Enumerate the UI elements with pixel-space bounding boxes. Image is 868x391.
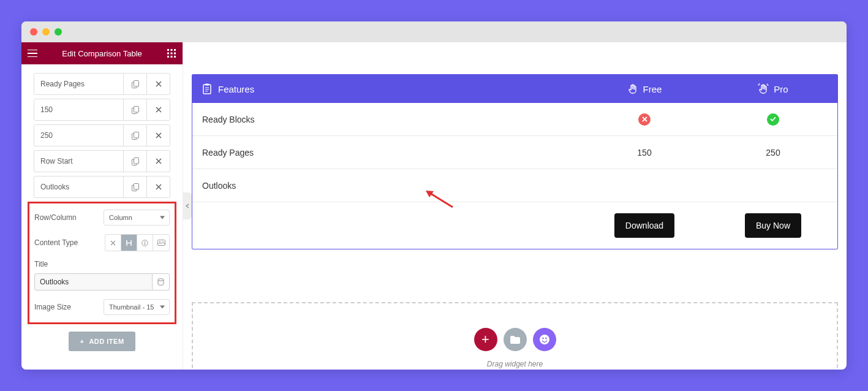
canvas-notch xyxy=(503,42,527,46)
repeater-item-label: Ready Pages xyxy=(34,80,123,88)
repeater-item[interactable]: 250 xyxy=(34,124,170,146)
template-library-button[interactable] xyxy=(504,328,527,351)
image-size-field: Image Size Thumbnail - 15 xyxy=(34,299,170,315)
sidebar-header: Edit Comparison Table xyxy=(21,42,183,64)
svg-rect-8 xyxy=(174,56,176,58)
svg-point-23 xyxy=(159,241,160,243)
clipboard-icon xyxy=(202,83,212,94)
comparison-table-widget[interactable]: Features Free Pro Ready Blocks xyxy=(192,74,838,249)
title-input[interactable] xyxy=(34,273,153,290)
repeater-item[interactable]: Outlooks xyxy=(34,176,170,198)
window-maximize-dot[interactable] xyxy=(55,28,62,36)
svg-rect-21 xyxy=(145,243,145,245)
row-column-field: Row/Column Column xyxy=(34,210,170,226)
dynamic-tag-icon[interactable] xyxy=(153,273,170,290)
widget-dropzone[interactable]: + Drag widget here xyxy=(192,302,838,370)
content-type-info-icon[interactable] xyxy=(137,235,153,251)
grid-icon[interactable] xyxy=(160,42,183,64)
table-feature-cell: Ready Pages xyxy=(192,148,580,158)
hand-icon xyxy=(627,83,638,94)
main-canvas: Features Free Pro Ready Blocks xyxy=(183,42,847,370)
download-button[interactable]: Download xyxy=(614,213,674,238)
content-type-none-icon[interactable] xyxy=(105,235,121,251)
table-cell: 150 xyxy=(580,148,709,158)
content-type-group xyxy=(105,234,170,251)
close-icon[interactable] xyxy=(146,151,170,172)
buy-now-button[interactable]: Buy Now xyxy=(745,213,801,238)
sidebar-title: Edit Comparison Table xyxy=(43,49,160,58)
header-col-pro-label: Pro xyxy=(774,84,788,94)
table-feature-cell: Outlooks xyxy=(192,181,580,191)
header-col-free: Free xyxy=(580,83,709,94)
svg-rect-10 xyxy=(134,80,138,86)
add-item-label: ADD ITEM xyxy=(89,338,124,345)
content-type-field: Content Type xyxy=(34,234,170,251)
svg-rect-14 xyxy=(134,132,138,138)
svg-rect-4 xyxy=(171,53,173,55)
row-column-select[interactable]: Column xyxy=(104,210,170,226)
svg-point-27 xyxy=(540,335,549,344)
window-titlebar xyxy=(21,21,847,42)
svg-rect-1 xyxy=(171,49,173,51)
header-col-free-label: Free xyxy=(643,84,662,94)
hand-wave-icon xyxy=(758,83,769,94)
app-body: Edit Comparison Table Ready Pages 150 xyxy=(21,42,847,370)
svg-point-24 xyxy=(158,279,164,281)
svg-rect-7 xyxy=(171,56,173,58)
svg-rect-12 xyxy=(134,106,138,112)
copy-icon[interactable] xyxy=(123,151,146,172)
copy-icon[interactable] xyxy=(123,177,146,197)
close-icon[interactable] xyxy=(146,99,170,120)
svg-point-29 xyxy=(545,338,547,340)
repeater-item-label: 150 xyxy=(34,105,123,114)
dropzone-label: Drag widget here xyxy=(193,360,837,368)
copy-icon[interactable] xyxy=(123,99,146,120)
svg-rect-26 xyxy=(205,84,209,86)
plus-icon: + xyxy=(80,338,84,345)
close-icon[interactable] xyxy=(146,125,170,146)
repeater-item-label: 250 xyxy=(34,131,123,140)
repeater-item[interactable]: 150 xyxy=(34,99,170,121)
copy-icon[interactable] xyxy=(123,74,146,94)
header-features: Features xyxy=(192,83,580,94)
header-features-label: Features xyxy=(218,84,254,94)
content-type-image-icon[interactable] xyxy=(153,235,169,251)
repeater-item-label: Outlooks xyxy=(34,183,123,191)
svg-rect-18 xyxy=(134,183,138,189)
window-close-dot[interactable] xyxy=(30,28,37,36)
svg-rect-0 xyxy=(167,49,169,51)
svg-rect-6 xyxy=(167,56,169,58)
field-label: Row/Column xyxy=(34,213,104,222)
dropzone-icons: + xyxy=(193,328,837,351)
table-header-row: Features Free Pro xyxy=(192,75,837,103)
svg-point-28 xyxy=(542,338,544,340)
svg-rect-3 xyxy=(167,53,169,55)
x-badge-icon xyxy=(638,113,651,126)
close-icon[interactable] xyxy=(146,74,170,94)
svg-rect-5 xyxy=(174,53,176,55)
check-badge-icon xyxy=(767,113,779,126)
add-section-button[interactable]: + xyxy=(474,328,497,351)
add-item-button[interactable]: + ADD ITEM xyxy=(69,332,135,351)
field-label: Image Size xyxy=(34,303,104,311)
copy-icon[interactable] xyxy=(123,125,146,146)
svg-rect-16 xyxy=(134,158,138,164)
field-label: Content Type xyxy=(34,238,105,247)
table-row: Outlooks xyxy=(192,169,837,202)
app-window: Edit Comparison Table Ready Pages 150 xyxy=(21,21,847,370)
table-cell xyxy=(709,113,837,126)
content-type-heading-icon[interactable] xyxy=(121,235,137,251)
table-row: Ready Pages 150 250 xyxy=(192,136,837,169)
table-feature-cell: Ready Blocks xyxy=(192,115,580,124)
global-widget-button[interactable] xyxy=(533,328,556,351)
svg-rect-2 xyxy=(174,49,176,51)
image-size-select[interactable]: Thumbnail - 15 xyxy=(104,299,170,315)
repeater-item[interactable]: Row Start xyxy=(34,150,170,172)
repeater-item[interactable]: Ready Pages xyxy=(34,73,170,95)
repeater-item-label: Row Start xyxy=(34,157,123,165)
menu-icon[interactable] xyxy=(21,42,43,64)
svg-point-20 xyxy=(145,241,146,242)
close-icon[interactable] xyxy=(146,177,170,197)
table-cell xyxy=(580,113,709,126)
window-minimize-dot[interactable] xyxy=(42,28,50,36)
